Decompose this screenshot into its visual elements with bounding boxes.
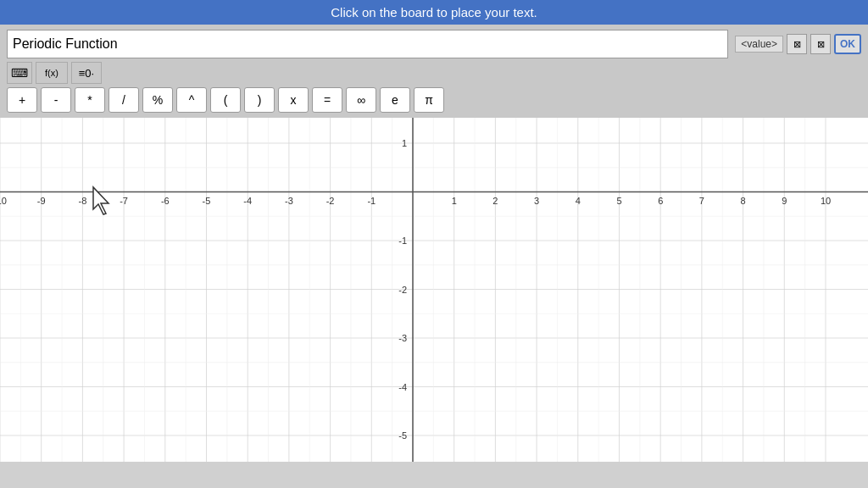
infinity-button[interactable]: ∞ (346, 87, 376, 113)
text-input-row: <value> ⊠ ⊠ OK (7, 30, 861, 58)
svg-text:-9: -9 (37, 196, 46, 206)
graph-area[interactable]: -10 -9 -8 -7 -6 -5 -4 -3 -2 -1 1 2 3 4 5… (0, 118, 868, 462)
svg-text:-4: -4 (398, 382, 407, 392)
graph-svg: -10 -9 -8 -7 -6 -5 -4 -3 -2 -1 1 2 3 4 5… (0, 118, 868, 462)
svg-text:-8: -8 (79, 196, 87, 206)
list-icon[interactable]: ≡0· (71, 62, 102, 84)
svg-text:-6: -6 (161, 196, 170, 206)
value-tag: <value> (735, 36, 783, 53)
svg-text:7: 7 (699, 196, 704, 206)
svg-text:9: 9 (782, 196, 787, 206)
ok-button[interactable]: OK (834, 34, 861, 54)
svg-text:-1: -1 (367, 196, 376, 206)
delete1-icon: ⊠ (793, 39, 801, 50)
math-buttons-row: + - * / % ^ ( ) x = ∞ e π (7, 87, 861, 118)
svg-text:-3: -3 (285, 196, 293, 206)
svg-text:1: 1 (402, 138, 407, 148)
svg-text:-5: -5 (203, 196, 211, 206)
top-banner: Click on the board to place your text. (0, 0, 868, 25)
svg-text:1: 1 (452, 196, 457, 206)
power-button[interactable]: ^ (176, 87, 207, 113)
svg-text:-2: -2 (326, 196, 335, 206)
text-input[interactable] (7, 30, 728, 58)
svg-text:-10: -10 (0, 196, 7, 206)
divide-button[interactable]: / (108, 87, 139, 113)
plus-button[interactable]: + (7, 87, 37, 113)
svg-text:5: 5 (616, 196, 621, 206)
svg-text:-7: -7 (120, 196, 128, 206)
svg-rect-1 (0, 118, 868, 462)
multiply-button[interactable]: * (75, 87, 105, 113)
svg-text:3: 3 (534, 196, 539, 206)
svg-text:-4: -4 (243, 196, 252, 206)
rparen-button[interactable]: ) (244, 87, 275, 113)
delete2-icon: ⊠ (817, 39, 825, 50)
svg-text:10: 10 (821, 196, 831, 206)
delete2-button[interactable]: ⊠ (810, 34, 831, 54)
svg-text:-3: -3 (398, 333, 407, 343)
x-button[interactable]: x (278, 87, 309, 113)
svg-text:-2: -2 (398, 285, 407, 295)
lparen-button[interactable]: ( (210, 87, 241, 113)
svg-text:2: 2 (492, 196, 498, 206)
svg-text:6: 6 (658, 196, 663, 206)
svg-text:-5: -5 (398, 430, 407, 441)
formula-icon[interactable]: f(x) (36, 62, 68, 84)
delete1-button[interactable]: ⊠ (787, 34, 807, 54)
toolbar-row: ⌨ f(x) ≡0· (7, 62, 861, 84)
pi-button[interactable]: π (414, 87, 444, 113)
minus-button[interactable]: - (41, 87, 71, 113)
equals-button[interactable]: = (312, 87, 342, 113)
e-button[interactable]: e (380, 87, 410, 113)
svg-text:-1: -1 (398, 236, 407, 246)
banner-text: Click on the board to place your text. (331, 5, 537, 19)
keyboard-icon[interactable]: ⌨ (7, 62, 32, 84)
ok-label: OK (840, 38, 855, 50)
input-panel: <value> ⊠ ⊠ OK ⌨ f(x) ≡0· + - * / % ^ ( … (0, 25, 868, 118)
svg-text:4: 4 (576, 196, 581, 206)
percent-button[interactable]: % (142, 87, 173, 113)
value-controls: <value> ⊠ ⊠ OK (735, 34, 861, 54)
svg-text:8: 8 (741, 196, 746, 206)
